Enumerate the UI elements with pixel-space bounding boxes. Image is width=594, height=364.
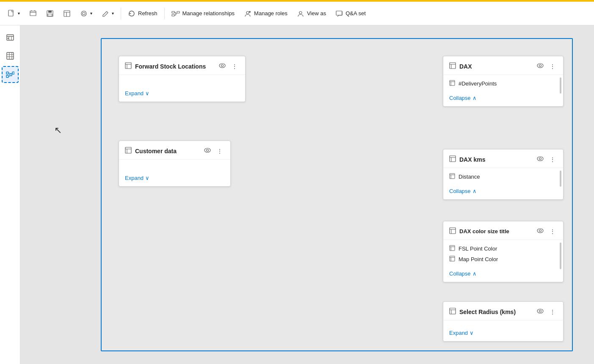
table-card-select-radius: Select Radius (kms) ⋮ — [443, 301, 564, 342]
svg-rect-18 — [6, 72, 8, 74]
collapse-chevron-icon: ∧ — [472, 270, 477, 277]
mouse-cursor: ↖ — [54, 125, 62, 136]
visibility-toggle-button[interactable] — [535, 154, 545, 164]
save-icon — [46, 10, 54, 17]
qna-button[interactable]: Q&A set — [331, 7, 370, 20]
more-options-button[interactable]: ⋮ — [548, 227, 557, 236]
card-footer: Expand ∨ — [119, 88, 245, 102]
card-actions: ⋮ — [535, 226, 557, 236]
expand-button[interactable]: Expand ∨ — [449, 330, 474, 336]
table-card-icon — [449, 308, 456, 316]
svg-rect-17 — [7, 52, 14, 59]
save-button[interactable] — [42, 7, 58, 20]
svg-rect-28 — [450, 63, 456, 69]
card-body — [443, 320, 563, 327]
svg-point-42 — [537, 309, 543, 313]
sidebar-item-report[interactable] — [2, 29, 19, 46]
expand-chevron-icon: ∨ — [145, 175, 149, 181]
title-area: DAX kms — [449, 155, 485, 163]
sidebar-item-model[interactable] — [2, 66, 19, 83]
refresh-label: Refresh — [138, 10, 157, 17]
collapse-button[interactable]: Collapse ∧ — [449, 270, 477, 277]
field-name: Map Point Color — [459, 256, 498, 262]
table-card-title: DAX color size title — [459, 228, 509, 234]
svg-rect-32 — [450, 156, 456, 162]
svg-point-11 — [246, 11, 249, 14]
table-card-title: Select Radius (kms) — [459, 309, 516, 315]
manage-relationships-button[interactable]: Manage relationships — [167, 7, 239, 20]
table-card-header: Select Radius (kms) ⋮ — [443, 302, 563, 320]
card-body — [119, 160, 230, 172]
svg-rect-21 — [12, 72, 14, 74]
sidebar — [0, 25, 20, 364]
scrollbar[interactable] — [560, 243, 561, 269]
field-name: FSL Point Color — [459, 245, 497, 252]
svg-point-34 — [539, 158, 542, 160]
diagram-area: Forward Stock Locations ⋮ — [101, 38, 573, 351]
expand-button[interactable]: Expand ∨ — [125, 175, 149, 181]
visibility-toggle-button[interactable] — [535, 61, 545, 71]
table-card-icon — [449, 155, 456, 163]
collapse-chevron-icon: ∧ — [472, 188, 477, 194]
collapse-label: Collapse — [449, 188, 471, 194]
card-actions: ⋮ — [535, 307, 557, 317]
table-card-header: DAX ⋮ — [443, 56, 563, 75]
more-options-button[interactable]: ⋮ — [230, 62, 239, 71]
title-area: Customer data — [125, 147, 177, 155]
more-options-button[interactable]: ⋮ — [548, 62, 557, 71]
table-card-customer-data: Customer data ⋮ — [119, 141, 231, 187]
format-icon — [80, 10, 88, 17]
table-card-icon — [449, 227, 456, 235]
table-card-header: Customer data ⋮ — [119, 141, 230, 160]
more-icon: ⋮ — [550, 309, 555, 315]
title-area: DAX — [449, 62, 472, 70]
field-row-map: Map Point Color — [449, 254, 557, 265]
edit-button[interactable]: ▾ — [97, 7, 118, 20]
main-canvas[interactable]: Forward Stock Locations ⋮ — [20, 25, 594, 364]
svg-rect-16 — [8, 38, 8, 39]
expand-chevron-icon: ∨ — [470, 330, 474, 336]
more-options-button[interactable]: ⋮ — [548, 308, 557, 316]
separator-1 — [121, 8, 121, 19]
refresh-icon — [128, 10, 135, 17]
scrollbar[interactable] — [560, 77, 561, 94]
visibility-toggle-button[interactable] — [217, 61, 227, 71]
expand-button[interactable]: Expand ∨ — [125, 90, 149, 97]
table-card-title: Forward Stock Locations — [135, 63, 206, 70]
new-file-button[interactable]: ▾ — [3, 7, 24, 20]
field-row: #DeliveryPoints — [449, 78, 557, 89]
more-icon: ⋮ — [232, 63, 238, 70]
refresh-button[interactable]: Refresh — [124, 7, 162, 20]
table-card-dax-color-size-title: DAX color size title ⋮ — [443, 221, 564, 282]
svg-point-27 — [207, 149, 209, 152]
visibility-toggle-button[interactable] — [535, 226, 545, 236]
svg-rect-8 — [172, 11, 174, 13]
view-as-button[interactable]: View as — [293, 7, 330, 20]
svg-point-23 — [219, 63, 225, 68]
format-button[interactable]: ▾ — [76, 7, 97, 20]
toolbar: ▾ — [0, 2, 594, 25]
svg-rect-35 — [450, 174, 455, 179]
collapse-button[interactable]: Collapse ∧ — [449, 95, 477, 101]
table-card-title: DAX kms — [459, 156, 485, 163]
svg-rect-3 — [48, 11, 52, 13]
field-row-fsl: FSL Point Color — [449, 243, 557, 254]
table-card-forward-stock-locations: Forward Stock Locations ⋮ — [119, 56, 246, 102]
field-name: #DeliveryPoints — [459, 80, 497, 87]
more-options-button[interactable]: ⋮ — [215, 147, 224, 155]
expand-label: Expand — [125, 175, 144, 181]
svg-point-37 — [537, 229, 543, 233]
svg-rect-19 — [6, 75, 8, 77]
visibility-toggle-button[interactable] — [202, 146, 213, 156]
table-button[interactable] — [59, 7, 75, 20]
svg-rect-5 — [64, 11, 70, 17]
open-file-button[interactable] — [25, 7, 41, 20]
visibility-toggle-button[interactable] — [535, 307, 545, 317]
scrollbar[interactable] — [560, 171, 561, 187]
table-card-icon — [449, 62, 456, 70]
manage-roles-button[interactable]: Manage roles — [240, 7, 292, 20]
more-options-button[interactable]: ⋮ — [548, 155, 557, 164]
collapse-button[interactable]: Collapse ∧ — [449, 188, 477, 194]
table-card-header: DAX color size title ⋮ — [443, 221, 563, 240]
sidebar-item-table[interactable] — [2, 47, 19, 64]
